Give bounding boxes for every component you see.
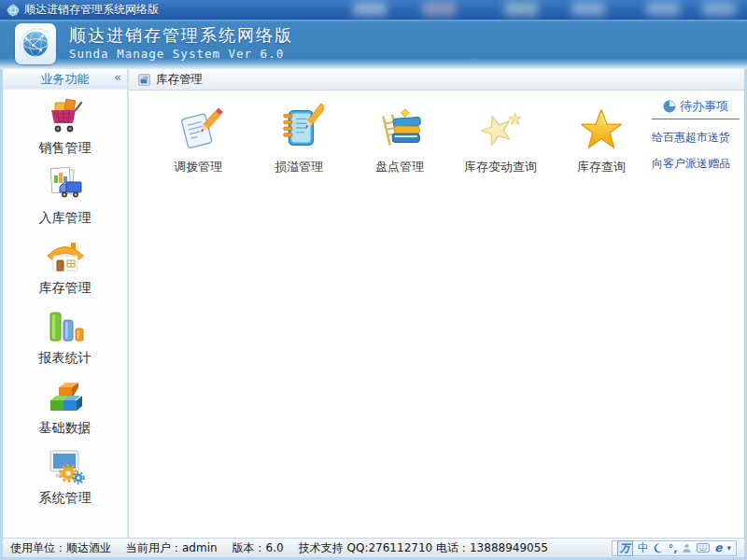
todo-title: 待办事项: [680, 98, 728, 115]
pale-stars-icon: [475, 104, 526, 154]
ime-browser-icon[interactable]: e: [714, 541, 722, 555]
status-current-user: 当前用户：admin: [126, 540, 218, 556]
sidebar-item-base-data[interactable]: 基础数据: [3, 370, 127, 440]
sidebar-item-label: 报表统计: [39, 350, 92, 367]
inbound-truck-icon: [43, 164, 88, 209]
keyboard-icon[interactable]: [697, 543, 710, 553]
building-blocks-icon: [43, 374, 88, 419]
window-layers-icon: [138, 74, 150, 86]
sidebar-item-inventory[interactable]: 库存管理: [3, 230, 127, 300]
shortcut-stocktake-management[interactable]: 盘点管理: [349, 104, 450, 175]
sidebar-item-label: 库存管理: [39, 280, 92, 297]
sidebar-item-system[interactable]: 系统管理: [3, 440, 127, 510]
titlebar-decor: [422, 2, 456, 16]
statusbar-frame: 使用单位：顺达酒业 当前用户：admin 版本：6.0 技术支持 QQ:2761…: [0, 538, 747, 560]
shortcut-stock-change-query[interactable]: 库存变动查询: [450, 104, 551, 175]
todo-header: 待办事项: [652, 98, 740, 119]
moon-icon[interactable]: [654, 543, 664, 553]
shortcut-profit-loss-management[interactable]: 损溢管理: [248, 104, 349, 175]
window-title: 顺达进销存管理系统网络版: [24, 2, 159, 18]
computer-gears-icon: [43, 444, 88, 489]
shortcut-label: 库存查询: [577, 159, 626, 175]
shortcut-stock-query[interactable]: 库存查询: [551, 104, 652, 175]
app-globe-icon: [7, 4, 20, 17]
titlebar-decor: [702, 2, 736, 16]
ime-language-button[interactable]: 中: [638, 541, 649, 555]
shortcut-label: 库存变动查询: [464, 159, 537, 175]
sidebar-item-label: 入库管理: [39, 210, 92, 227]
todo-panel: 待办事项 给百惠超市送货 向客户派送赠品: [652, 98, 740, 172]
sidebar-item-sales[interactable]: 销售管理: [3, 90, 127, 160]
tab-label: 库存管理: [156, 72, 203, 88]
titlebar: 顺达进销存管理系统网络版: [0, 0, 747, 20]
app-title: 顺达进销存管理系统网络版: [69, 24, 293, 47]
ime-wan-button[interactable]: 万: [617, 540, 633, 556]
shortcut-label: 盘点管理: [375, 159, 424, 175]
app-window: 顺达进销存管理系统网络版 顺达进销存管理系统网络版 Sunda Manage: [0, 0, 747, 560]
sidebar-item-label: 基础数据: [39, 420, 92, 437]
books-ladder-icon: [374, 104, 425, 154]
sidebar-item-reports[interactable]: 报表统计: [3, 300, 127, 370]
status-company: 使用单位：顺达酒业: [10, 540, 111, 556]
document-pencil-icon: [173, 104, 223, 154]
shopping-cart-icon: [43, 94, 88, 139]
sidebar-item-label: 销售管理: [39, 140, 92, 157]
statusbar: 使用单位：顺达酒业 当前用户：admin 版本：6.0 技术支持 QQ:2761…: [3, 538, 744, 557]
titlebar-decor: [504, 2, 538, 16]
shortcut-transfer-management[interactable]: 调拨管理: [148, 104, 248, 175]
titlebar-decor: [353, 2, 387, 16]
app-header-banner: 顺达进销存管理系统网络版 Sunda Manage System Ver 6.0: [0, 20, 747, 69]
shortcut-label: 调拨管理: [174, 159, 222, 175]
todo-item-gifts[interactable]: 向客户派送赠品: [652, 156, 740, 172]
sidebar: 业务功能 « 销: [3, 69, 129, 538]
shortcut-label: 损溢管理: [275, 159, 323, 175]
sidebar-header: 业务功能 «: [3, 69, 127, 90]
status-support: 技术支持 QQ:276112710 电话：13888949055: [299, 540, 548, 556]
gold-star-icon: [576, 104, 627, 154]
main-area: 库存管理: [129, 69, 744, 538]
pie-sphere-icon: [663, 100, 676, 113]
ime-punctuation-button[interactable]: °,: [669, 541, 678, 555]
bar-chart-icon: [43, 304, 88, 349]
sidebar-item-label: 系统管理: [39, 490, 92, 507]
globe-network-icon: [15, 23, 56, 64]
todo-item-delivery[interactable]: 给百惠超市送货: [652, 130, 740, 146]
app-subtitle: Sunda Manage System Ver 6.0: [69, 47, 293, 61]
titlebar-decor: [646, 2, 680, 16]
main-body: 调拨管理: [129, 91, 744, 538]
tabbar: 库存管理: [129, 69, 744, 91]
person-icon[interactable]: [682, 543, 692, 553]
house-icon: [43, 234, 88, 279]
window-frame: 业务功能 « 销: [0, 69, 747, 538]
ime-options-chevron-icon[interactable]: ▾: [726, 541, 731, 555]
tab-inventory-management[interactable]: 库存管理: [138, 72, 203, 88]
sidebar-collapse-button[interactable]: «: [114, 70, 121, 84]
sidebar-title: 业务功能: [41, 71, 90, 88]
titlebar-decor: [571, 2, 605, 16]
ime-toolbar[interactable]: 万 中 °, e ▾: [612, 540, 737, 556]
status-version: 版本：6.0: [233, 540, 284, 556]
notebook-pencil-icon: [274, 104, 324, 154]
sidebar-item-inbound[interactable]: 入库管理: [3, 160, 127, 230]
